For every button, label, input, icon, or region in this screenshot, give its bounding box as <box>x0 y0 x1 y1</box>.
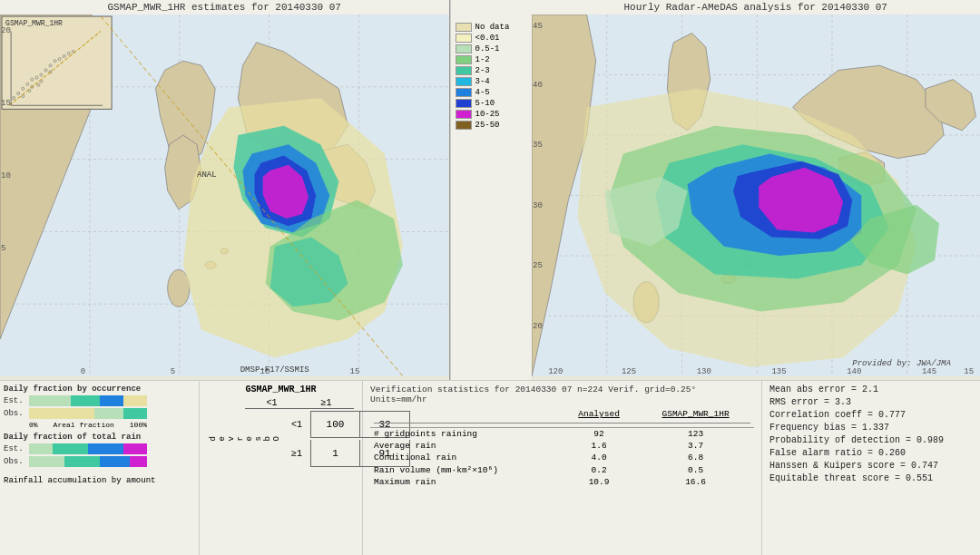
svg-text:35: 35 <box>533 140 543 150</box>
axis-label: Areal fraction <box>54 421 114 429</box>
legend-color-no-data <box>456 23 472 32</box>
legend-color-05-1 <box>456 44 472 54</box>
hk-score: Hanssen & Kuipers score = 0.747 <box>769 461 973 471</box>
bottom-row: Daily fraction by occurrence Est. Obs. <box>0 381 980 555</box>
row-gridpoints: # gridpoints raining 92 123 <box>370 428 754 441</box>
svg-text:DMSP-F17/SSMIS: DMSP-F17/SSMIS <box>240 365 310 375</box>
legend-label-10-25: 10-25 <box>475 110 500 119</box>
freq-bias: Frequency bias = 1.337 <box>769 423 973 433</box>
svg-text:135: 135 <box>771 366 786 376</box>
legend-color-4-5 <box>456 88 472 97</box>
svg-text:5: 5 <box>1 243 5 253</box>
chart-section1-title: Daily fraction by occurrence <box>4 385 195 394</box>
row-cond-rain: Conditional rain 4.0 6.8 <box>370 452 754 463</box>
axis-start: 0% <box>29 421 38 429</box>
svg-text:40: 40 <box>533 80 543 90</box>
gp-analysed: 92 <box>561 428 637 441</box>
rv-gsmap: 0.5 <box>637 463 754 476</box>
right-map-title: Hourly Radar-AMeDAS analysis for 2014033… <box>532 0 981 15</box>
legend-color-2-3 <box>456 66 472 75</box>
verification-title: Verification statistics for 20140330 07 … <box>370 385 754 404</box>
occurrence-bars: Est. Obs. <box>4 395 195 429</box>
right-map-panel: Hourly Radar-AMeDAS analysis for 2014033… <box>532 0 981 380</box>
legend-lt001: <0.01 <box>456 34 527 43</box>
est-label-1: Est. <box>4 396 29 405</box>
row-rain-vol: Rain volume (mm·km²×10⁶) 0.2 0.5 <box>370 463 754 476</box>
legend-1-2: 1-2 <box>456 55 527 64</box>
charts-panel: Daily fraction by occurrence Est. Obs. <box>0 381 200 555</box>
correlation: Correlation coeff = 0.777 <box>769 410 973 420</box>
svg-text:0: 0 <box>81 366 85 376</box>
svg-text:130: 130 <box>696 366 710 376</box>
est-label-2: Est. <box>4 444 29 453</box>
contingency-title: GSMAP_MWR_1HR <box>207 385 355 394</box>
col-gsmap: GSMAP_MWR_1HR <box>637 408 754 420</box>
legend-panel: No data <0.01 0.5-1 1-2 2-3 3-4 <box>450 0 532 380</box>
max-gsmap: 16.6 <box>637 476 754 488</box>
right-map-svg: 45 40 35 30 25 20 120 125 130 135 140 14… <box>532 15 981 376</box>
chart-footer: Rainfall accumulation by amount <box>4 476 195 485</box>
cond-analysed: 4.0 <box>561 452 637 463</box>
est-bar-2 <box>29 443 147 454</box>
legend-5-10: 5-10 <box>456 99 527 108</box>
false-alarm-ratio: False alarm ratio = 0.260 <box>769 448 973 458</box>
svg-text:30: 30 <box>533 200 543 210</box>
svg-text:15: 15 <box>350 366 360 376</box>
legend-label-1-2: 1-2 <box>475 55 490 64</box>
rv-analysed: 0.2 <box>561 463 637 476</box>
legend-2-3: 2-3 <box>456 66 527 75</box>
svg-text:45: 45 <box>533 21 543 31</box>
legend-3-4: 3-4 <box>456 77 527 86</box>
row-ge1-label: ≥1 <box>283 449 310 459</box>
svg-text:10: 10 <box>1 170 11 180</box>
legend-label-5-10: 5-10 <box>475 99 495 108</box>
svg-text:20: 20 <box>533 321 543 331</box>
avg-analysed: 1.6 <box>561 440 637 452</box>
contingency-col-lt1: <1 <box>245 398 299 409</box>
left-map-panel: GSMAP_MWR_1HR estimates for 20140330 07 <box>0 0 450 380</box>
contingency-table-wrapper: Observed <1 100 32 ≥1 1 91 <box>207 411 355 467</box>
obs-label-2: Obs. <box>4 457 29 466</box>
legend-05-1: 0.5-1 <box>456 44 527 54</box>
legend-label-lt001: <0.01 <box>475 34 500 43</box>
legend-label-05-1: 0.5-1 <box>475 44 500 54</box>
svg-text:125: 125 <box>621 366 635 376</box>
legend-label-25-50: 25-50 <box>475 121 500 130</box>
left-map-svg: GSMAP_MWR_1HR <box>0 15 449 376</box>
legend-color-1-2 <box>456 55 472 64</box>
legend-label-3-4: 3-4 <box>475 77 490 86</box>
legend-label-4-5: 4-5 <box>475 88 490 97</box>
rain-vol-label: Rain volume (mm·km²×10⁶) <box>370 463 561 476</box>
legend-label-2-3: 2-3 <box>475 66 490 75</box>
svg-text:Provided by: JWA/JMA: Provided by: JWA/JMA <box>852 358 951 368</box>
gridpoints-label: # gridpoints raining <box>370 428 561 441</box>
avg-rain-label: Average rain <box>370 440 561 452</box>
rms-error: RMS error = 3.3 <box>769 397 973 407</box>
left-map-canvas: GSMAP_MWR_1HR <box>0 15 449 376</box>
axis-end: 100% <box>130 421 147 429</box>
mean-abs-error: Mean abs error = 2.1 <box>769 385 973 394</box>
svg-text:15: 15 <box>964 366 974 376</box>
legend-10-25: 10-25 <box>456 110 527 119</box>
stats-panel: Verification statistics for 20140330 07 … <box>363 381 762 555</box>
row-avg-rain: Average rain 1.6 3.7 <box>370 440 754 452</box>
contingency-col-ge1: ≥1 <box>299 398 354 409</box>
chart-section2-title: Daily fraction of total rain <box>4 433 195 442</box>
contingency-panel: GSMAP_MWR_1HR <1 ≥1 Observed <1 100 32 <box>200 381 363 555</box>
gp-gsmap: 123 <box>637 428 754 441</box>
obs-vertical-label: Observed <box>207 434 283 443</box>
max-rain-label: Maximum rain <box>370 476 561 488</box>
legend-color-10-25 <box>456 110 472 119</box>
svg-text:120: 120 <box>548 366 563 376</box>
row-max-rain: Maximum rain 10.9 16.6 <box>370 476 754 488</box>
legend-color-5-10 <box>456 99 472 108</box>
obs-bar-2 <box>29 456 147 467</box>
obs-bar-1 <box>29 408 147 419</box>
svg-text:GSMAP_MWR_1HR: GSMAP_MWR_1HR <box>5 19 63 27</box>
total-rain-bars: Est. Obs. <box>4 443 195 469</box>
cond-gsmap: 6.8 <box>637 452 754 463</box>
left-map-title: GSMAP_MWR_1HR estimates for 20140330 07 <box>0 0 449 15</box>
cond-rain-label: Conditional rain <box>370 452 561 463</box>
maps-row: GSMAP_MWR_1HR estimates for 20140330 07 <box>0 0 980 381</box>
legend-no-data: No data <box>456 23 527 32</box>
